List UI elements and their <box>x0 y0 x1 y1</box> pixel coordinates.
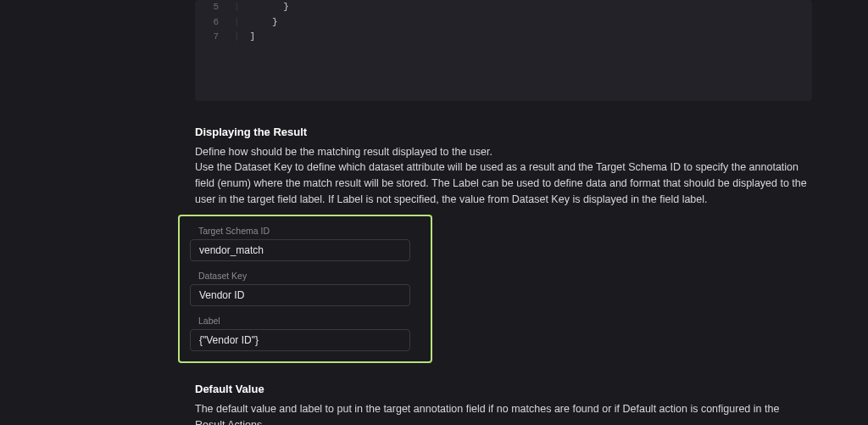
field-label: Target Schema ID <box>190 225 420 238</box>
target-schema-id-input[interactable] <box>190 239 410 261</box>
code-line: 6 | } <box>207 15 812 31</box>
line-number: 6 <box>207 15 219 31</box>
section-displaying-result: Displaying the Result Define how should … <box>195 125 812 364</box>
section-description: The default value and label to put in th… <box>195 401 812 425</box>
section-description: Use the Dataset Key to define which data… <box>195 159 812 207</box>
line-number: 7 <box>207 30 219 45</box>
code-text: } <box>250 0 289 15</box>
field-label: Dataset Key <box>190 270 420 282</box>
label-input[interactable] <box>190 329 410 351</box>
section-default-value: Default Value The default value and labe… <box>195 382 812 425</box>
code-text: } <box>250 15 278 31</box>
dataset-key-input[interactable] <box>190 284 410 306</box>
content-column: 5 | } 6 | } 7 | ] Displaying the Result … <box>195 0 812 425</box>
fields-group-highlighted: Target Schema ID Dataset Key Label <box>178 215 432 364</box>
section-description: Define how should be the matching result… <box>195 144 812 160</box>
code-text: ] <box>250 30 256 45</box>
code-block: 5 | } 6 | } 7 | ] <box>195 0 812 101</box>
field-dataset-key: Dataset Key <box>190 270 420 306</box>
field-label: Label <box>190 315 420 327</box>
field-target-schema-id: Target Schema ID <box>190 225 420 261</box>
line-number: 5 <box>207 0 219 15</box>
code-line: 7 | ] <box>207 30 812 45</box>
gutter-separator: | <box>234 30 240 45</box>
field-label-template: Label <box>190 315 420 351</box>
section-heading: Displaying the Result <box>195 125 812 141</box>
section-heading: Default Value <box>195 382 812 398</box>
gutter-separator: | <box>234 0 240 15</box>
gutter-separator: | <box>234 15 240 31</box>
code-line: 5 | } <box>207 0 812 15</box>
